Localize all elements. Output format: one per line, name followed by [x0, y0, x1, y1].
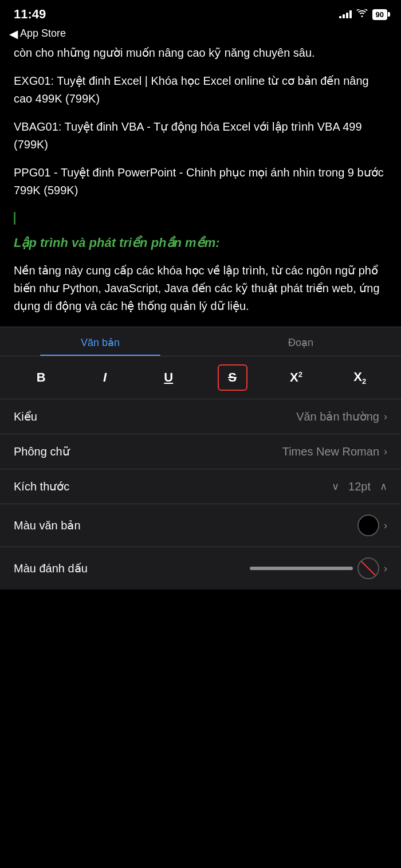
- style-value-group: Văn bản thường ›: [296, 410, 387, 423]
- size-label: Kích thước: [14, 480, 69, 493]
- size-decrease-button[interactable]: ∨: [332, 480, 339, 493]
- battery-icon: 90: [372, 9, 387, 20]
- highlight-preview: ›: [250, 557, 387, 579]
- font-label: Phông chữ: [14, 445, 70, 458]
- tab-doan[interactable]: Đoạn: [200, 327, 401, 356]
- course-3: PPG01 - Tuyệt đinh PowerPoint - Chinh ph…: [14, 164, 387, 199]
- tabs-row: Văn bản Đoạn: [0, 327, 401, 356]
- back-chevron-icon: ◀: [9, 28, 18, 40]
- superscript-button[interactable]: X2: [281, 364, 311, 391]
- size-controls: ∨ 12pt ∧: [332, 480, 387, 493]
- status-icons: 90: [339, 9, 387, 20]
- highlight-label: Màu đánh dấu: [14, 561, 88, 575]
- content-area: còn cho những người muốn nâng cao kỹ năn…: [0, 44, 401, 315]
- section-heading: Lập trình và phát triển phần mềm:: [14, 233, 387, 253]
- style-row[interactable]: Kiểu Văn bản thường ›: [0, 399, 401, 434]
- text-cursor: [14, 212, 15, 225]
- no-highlight-icon: [357, 557, 379, 579]
- status-bar: 11:49 90: [0, 0, 401, 25]
- text-color-value-group: ›: [357, 514, 387, 536]
- wifi-icon: [356, 9, 368, 19]
- course-2: VBAG01: Tuyệt đinh VBA - Tự động hóa Exc…: [14, 118, 387, 154]
- underline-button[interactable]: U: [154, 364, 183, 391]
- size-increase-button[interactable]: ∧: [380, 480, 387, 493]
- style-label: Kiểu: [14, 410, 37, 423]
- nav-bar: ◀ App Store: [0, 25, 401, 44]
- highlight-chevron-icon: ›: [384, 563, 387, 575]
- subscript-button[interactable]: X2: [345, 364, 375, 391]
- signal-icon: [339, 10, 352, 18]
- bold-button[interactable]: B: [26, 364, 56, 391]
- status-time: 11:49: [14, 7, 46, 22]
- highlight-row[interactable]: Màu đánh dấu ›: [0, 547, 401, 590]
- text-color-circle: [357, 514, 379, 536]
- font-row[interactable]: Phông chữ Times New Roman ›: [0, 434, 401, 469]
- text-color-label: Màu văn bản: [14, 519, 81, 532]
- course-1: EXG01: Tuyệt đinh Excel | Khóa học Excel…: [14, 72, 387, 108]
- strikethrough-button[interactable]: S: [218, 364, 247, 391]
- paragraph-intro: còn cho những người muốn nâng cao kỹ năn…: [14, 44, 387, 62]
- font-value: Times New Roman: [282, 445, 379, 458]
- text-color-chevron-icon: ›: [384, 520, 387, 532]
- italic-button[interactable]: I: [90, 364, 120, 391]
- bottom-panel: Văn bản Đoạn B I U S X2 X2 Kiểu Văn bản …: [0, 327, 401, 590]
- size-value: 12pt: [348, 480, 371, 493]
- style-chevron-icon: ›: [384, 411, 387, 423]
- text-color-row[interactable]: Màu văn bản ›: [0, 504, 401, 547]
- font-value-group: Times New Roman ›: [282, 445, 387, 458]
- back-label: App Store: [20, 28, 66, 40]
- format-row: B I U S X2 X2: [0, 356, 401, 399]
- highlight-bar: [250, 567, 353, 570]
- font-chevron-icon: ›: [384, 446, 387, 458]
- back-button[interactable]: ◀ App Store: [9, 28, 392, 40]
- size-row[interactable]: Kích thước ∨ 12pt ∧: [0, 469, 401, 504]
- tab-van-ban[interactable]: Văn bản: [0, 327, 200, 356]
- content-text: còn cho những người muốn nâng cao kỹ năn…: [14, 44, 387, 315]
- style-value: Văn bản thường: [296, 410, 379, 423]
- section-body: Nền tảng này cung cấp các khóa học về lậ…: [14, 262, 387, 315]
